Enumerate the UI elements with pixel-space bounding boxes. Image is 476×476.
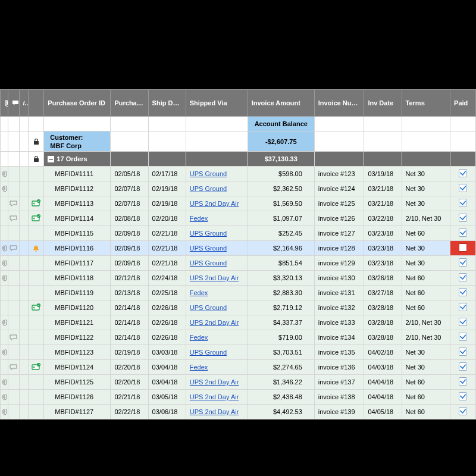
po-id-cell[interactable]: MBFID#1111 (44, 167, 111, 181)
invoice-number-cell[interactable]: invoice #134 (314, 330, 364, 345)
shipped-via-cell[interactable]: UPS Ground (186, 241, 248, 256)
po-id-cell[interactable]: MBFID#1123 (44, 345, 111, 360)
attachment-cell[interactable] (1, 167, 8, 181)
table-row[interactable]: MBFID#112402/20/1803/04/18Fedex$2,274.65… (1, 360, 476, 375)
header-shipped-via[interactable]: Shipped Via (186, 90, 248, 117)
carrier-link[interactable]: UPS 2nd Day Air (190, 408, 239, 415)
carrier-link[interactable]: Fedex (190, 289, 208, 296)
paid-cell[interactable] (450, 211, 476, 226)
flag-cell[interactable] (28, 271, 43, 286)
attachment-cell[interactable] (1, 271, 8, 286)
po-date-cell[interactable]: 02/09/18 (111, 241, 148, 256)
ship-date-cell[interactable]: 03/04/18 (148, 375, 186, 390)
ship-date-cell[interactable]: 02/26/18 (148, 315, 186, 330)
po-id-cell[interactable]: MBFID#1115 (44, 226, 111, 241)
flag-cell[interactable] (28, 300, 43, 315)
header-info[interactable]: i (19, 90, 28, 117)
comment-cell[interactable] (8, 390, 19, 405)
invoice-amount-cell[interactable]: $3,320.13 (248, 271, 314, 286)
invoice-number-cell[interactable]: invoice #124 (314, 181, 364, 196)
carrier-link[interactable]: UPS Ground (190, 170, 227, 177)
terms-cell[interactable]: 2/10, Net 30 (402, 315, 450, 330)
terms-cell[interactable]: Net 30 (402, 360, 450, 375)
invoice-number-cell[interactable]: invoice #127 (314, 226, 364, 241)
comment-cell[interactable] (8, 330, 19, 345)
header-paid[interactable]: Paid (450, 90, 476, 117)
po-id-cell[interactable]: MBFID#1112 (44, 181, 111, 196)
info-cell[interactable] (19, 375, 28, 390)
header-attachment[interactable] (1, 90, 8, 117)
carrier-link[interactable]: UPS 2nd Day Air (190, 200, 239, 207)
header-comment[interactable] (8, 90, 19, 117)
comment-cell[interactable] (8, 211, 19, 226)
carrier-link[interactable]: UPS Ground (190, 230, 227, 237)
ship-date-cell[interactable]: 02/21/18 (148, 241, 186, 256)
paid-cell[interactable] (450, 360, 476, 375)
invoice-amount-cell[interactable]: $2,274.65 (248, 360, 314, 375)
carrier-link[interactable]: UPS Ground (190, 259, 227, 267)
comment-cell[interactable] (8, 345, 19, 360)
terms-cell[interactable]: Net 30 (402, 241, 450, 256)
table-row[interactable]: MBFID#111802/12/1802/24/18UPS 2nd Day Ai… (1, 271, 476, 286)
shipped-via-cell[interactable]: Fedex (186, 211, 248, 226)
po-id-cell[interactable]: MBFID#1118 (44, 271, 111, 286)
terms-cell[interactable]: Net 30 (402, 167, 450, 181)
ship-date-cell[interactable]: 02/25/18 (148, 286, 186, 300)
carrier-link[interactable]: UPS Ground (190, 245, 227, 252)
info-cell[interactable] (19, 360, 28, 375)
comment-cell[interactable] (8, 167, 19, 181)
shipped-via-cell[interactable]: UPS Ground (186, 256, 248, 271)
ship-date-cell[interactable]: 02/24/18 (148, 271, 186, 286)
invoice-amount-cell[interactable]: $2,438.48 (248, 390, 314, 405)
terms-cell[interactable]: Net 60 (402, 405, 450, 419)
flag-cell[interactable] (28, 181, 43, 196)
ship-date-cell[interactable]: 02/19/18 (148, 196, 186, 211)
invoice-amount-cell[interactable]: $4,492.53 (248, 405, 314, 419)
invoice-date-cell[interactable]: 04/04/18 (364, 390, 402, 405)
orders-table[interactable]: i Purchase Order ID Purchase Order Date … (0, 89, 476, 419)
comment-cell[interactable] (8, 315, 19, 330)
shipped-via-cell[interactable]: UPS Ground (186, 181, 248, 196)
shipped-via-cell[interactable]: Fedex (186, 330, 248, 345)
invoice-amount-cell[interactable]: $2,883.30 (248, 286, 314, 300)
attachment-cell[interactable] (1, 211, 8, 226)
po-id-cell[interactable]: MBFID#1121 (44, 315, 111, 330)
invoice-amount-cell[interactable]: $3,703.51 (248, 345, 314, 360)
po-date-cell[interactable]: 02/07/18 (111, 196, 148, 211)
invoice-amount-cell[interactable]: $252.45 (248, 226, 314, 241)
flag-cell[interactable] (28, 405, 43, 419)
comment-cell[interactable] (8, 360, 19, 375)
invoice-date-cell[interactable]: 03/23/18 (364, 226, 402, 241)
po-id-cell[interactable]: MBFID#1114 (44, 211, 111, 226)
header-ship-date[interactable]: Ship Date (148, 90, 186, 117)
invoice-number-cell[interactable]: invoice #135 (314, 345, 364, 360)
po-date-cell[interactable]: 02/05/18 (111, 167, 148, 181)
invoice-number-cell[interactable]: invoice #137 (314, 375, 364, 390)
invoice-number-cell[interactable]: invoice #129 (314, 256, 364, 271)
flag-cell[interactable] (28, 196, 43, 211)
terms-cell[interactable]: Net 60 (402, 271, 450, 286)
info-cell[interactable] (19, 211, 28, 226)
carrier-link[interactable]: UPS 2nd Day Air (190, 378, 239, 386)
info-cell[interactable] (19, 345, 28, 360)
attachment-cell[interactable] (1, 405, 8, 419)
paid-cell[interactable] (450, 181, 476, 196)
carrier-link[interactable]: UPS Ground (190, 185, 227, 192)
po-date-cell[interactable]: 02/20/18 (111, 360, 148, 375)
flag-cell[interactable] (28, 390, 43, 405)
table-row[interactable]: MBFID#112002/14/1802/26/18UPS Ground$2,7… (1, 300, 476, 315)
terms-cell[interactable]: Net 30 (402, 181, 450, 196)
shipped-via-cell[interactable]: UPS Ground (186, 300, 248, 315)
info-cell[interactable] (19, 271, 28, 286)
shipped-via-cell[interactable]: UPS Ground (186, 167, 248, 181)
po-date-cell[interactable]: 02/13/18 (111, 286, 148, 300)
invoice-number-cell[interactable]: invoice #132 (314, 300, 364, 315)
invoice-date-cell[interactable]: 03/26/18 (364, 271, 402, 286)
checked-icon[interactable] (459, 407, 467, 415)
comment-cell[interactable] (8, 300, 19, 315)
checked-icon[interactable] (459, 214, 467, 222)
table-row[interactable]: MBFID#112202/14/1802/26/18Fedex$719.00in… (1, 330, 476, 345)
po-id-cell[interactable]: MBFID#1125 (44, 375, 111, 390)
invoice-amount-cell[interactable]: $719.00 (248, 330, 314, 345)
checked-icon[interactable] (459, 288, 467, 296)
